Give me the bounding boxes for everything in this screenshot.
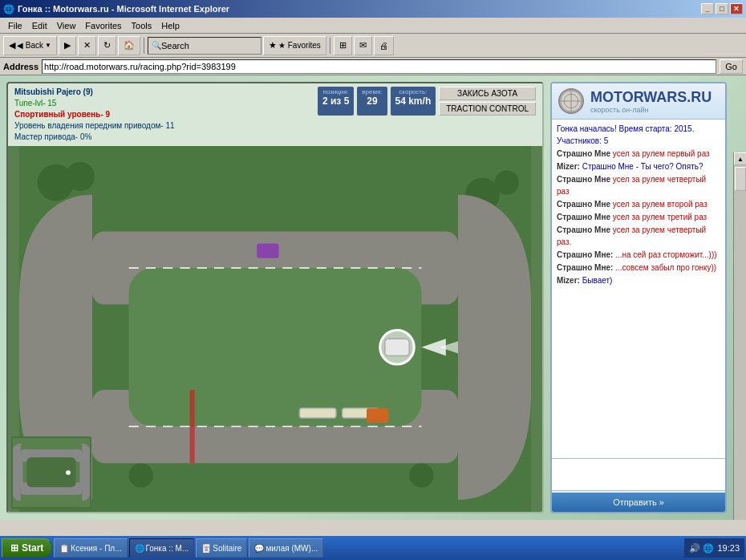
tune-stat: Tune-lvl- 15 (14, 98, 175, 109)
favorites-icon: ★ (269, 40, 277, 51)
content-area: ▲ ▼ Mitsubishi Pajero (9) Tune-lvl- 15 С… (0, 75, 746, 520)
svg-rect-21 (257, 244, 278, 258)
windows-logo-icon: ⊞ (10, 542, 18, 554)
chat-header: MOTORWARS.RU скорость он-лайн (552, 83, 725, 120)
history-button[interactable]: ⊞ (334, 36, 352, 55)
address-label: Address (3, 62, 39, 71)
chat-msg-1: Страшно Мне усел за рулем первый раз (557, 148, 720, 160)
svg-point-28 (66, 470, 71, 475)
chat-input[interactable] (552, 459, 725, 491)
go-button[interactable]: Go (720, 59, 743, 74)
refresh-icon: ↻ (103, 40, 111, 51)
taskbar-item-0[interactable]: 📋 Ксения - Пл... (54, 538, 127, 558)
time-box: время: 29 (357, 87, 387, 116)
mail-button[interactable]: ✉ (354, 36, 372, 55)
taskbar-icon-0: 📋 (59, 544, 69, 553)
title-bar-left: 🌐 Гонка :: Motorwars.ru - Microsoft Inte… (3, 4, 229, 14)
history-icon: ⊞ (339, 40, 347, 51)
toolbar-sep-2 (330, 38, 330, 54)
menu-edit[interactable]: Edit (27, 19, 52, 32)
sport-stat: Спортивный уровень- 9 (14, 109, 175, 120)
search-magnifier-icon: 🔍 (152, 41, 161, 50)
window-title: Гонка :: Motorwars.ru - Microsoft Intern… (18, 4, 229, 14)
taskbar-clock: 🔊 🌐 19:23 (684, 538, 744, 558)
toolbar-sep-1 (144, 38, 144, 54)
speed-label: скорость: (395, 88, 432, 95)
speed-value: 54 km/h (395, 95, 432, 107)
forward-icon: ▶ (64, 40, 71, 51)
game-panel: Mitsubishi Pajero (9) Tune-lvl- 15 Спорт… (6, 82, 544, 513)
svg-rect-11 (129, 268, 422, 427)
site-subtitle: скорость он-лайн (590, 106, 712, 114)
menu-view[interactable]: View (52, 19, 81, 32)
chat-msg-9: Mizer: Бывает) (557, 274, 720, 286)
stop-icon: ✕ (83, 40, 91, 51)
home-icon: 🏠 (124, 40, 135, 51)
toolbar: ◀ ◀ Back ▼ ▶ ✕ ↻ 🏠 🔍 ★ ★ Favorites ⊞ ✉ 🖨 (0, 34, 746, 58)
scrollbar[interactable]: ▲ ▼ (733, 152, 746, 520)
search-box[interactable]: 🔍 (148, 37, 262, 55)
nitro-button[interactable]: ЗАКИСЬ АЗОТА (439, 87, 536, 100)
home-button[interactable]: 🏠 (118, 36, 140, 55)
back-icon: ◀ (9, 40, 15, 51)
taskbar-item-2[interactable]: 🃏 Solitaire (196, 538, 247, 558)
chat-title-area: MOTORWARS.RU скорость он-лайн (590, 89, 712, 114)
minimap-svg (13, 438, 90, 507)
chat-msg-6: Страшно Мне усел за рулем четвертый раз. (557, 224, 720, 248)
clock: 19:23 (717, 543, 740, 553)
game-controls: ЗАКИСЬ АЗОТА TRACTION CONTROL (439, 87, 536, 116)
drive-stat: Уровень владения передним приводом- 11 (14, 120, 175, 132)
taskbar-icon-2: 🃏 (201, 544, 211, 553)
site-name: MOTORWARS.RU (590, 89, 712, 106)
maximize-button[interactable]: □ (716, 3, 728, 14)
chat-msg-2: Mizer: Страшно Мне - Ты чего? Опять? (557, 160, 720, 172)
taskbar-icons: 🔊 🌐 (689, 543, 714, 554)
speed-box: скорость: 54 km/h (391, 87, 436, 116)
back-dropdown-icon[interactable]: ▼ (45, 42, 51, 49)
master-stat: Мастер привода- 0% (14, 132, 175, 143)
scroll-thumb[interactable] (735, 167, 746, 191)
browser-icon: 🌐 (3, 4, 14, 14)
svg-point-2 (66, 162, 95, 191)
svg-rect-17 (385, 339, 409, 355)
minimize-button[interactable]: _ (701, 3, 714, 14)
forward-button[interactable]: ▶ (59, 36, 76, 55)
menu-file[interactable]: File (3, 19, 27, 32)
print-button[interactable]: 🖨 (374, 36, 394, 55)
start-button[interactable]: ⊞ Start (2, 538, 52, 558)
back-button[interactable]: ◀ ◀ Back ▼ (3, 36, 57, 55)
svg-point-7 (129, 463, 153, 487)
taskbar-icon-3: 💬 (254, 544, 264, 553)
send-button[interactable]: Отправить » (552, 493, 725, 512)
menu-favorites[interactable]: Favorites (80, 19, 126, 32)
race-info: позиция: 2 из 5 время: 29 скорость: 54 k… (318, 87, 536, 116)
chat-msg-4: Страшно Мне усел за рулем второй раз (557, 198, 720, 210)
taskbar-icon-1: 🌐 (135, 544, 144, 553)
address-input[interactable] (42, 59, 716, 74)
menu-tools[interactable]: Tools (127, 19, 157, 32)
minimap (11, 436, 91, 509)
chat-msg-3: Страшно Мне усел за рулем четвертый раз (557, 173, 720, 197)
game-header: Mitsubishi Pajero (9) Tune-lvl- 15 Спорт… (8, 83, 542, 146)
stop-button[interactable]: ✕ (78, 36, 96, 55)
time-label: время: (362, 88, 382, 95)
mail-icon: ✉ (359, 40, 367, 51)
taskbar-item-3[interactable]: 💬 милая (MW)... (249, 538, 323, 558)
taskbar-item-1[interactable]: 🌐 Гонка :: М... (129, 538, 195, 558)
chat-input-area: Отправить » (552, 458, 725, 512)
time-value: 29 (362, 95, 382, 107)
favorites-button[interactable]: ★ ★ Favorites (263, 36, 326, 55)
refresh-button[interactable]: ↻ (98, 36, 116, 55)
svg-rect-22 (367, 408, 388, 423)
scroll-up-button[interactable]: ▲ (734, 152, 746, 165)
close-button[interactable]: ✕ (730, 3, 743, 14)
car-stats: Mitsubishi Pajero (9) Tune-lvl- 15 Спорт… (14, 87, 175, 143)
svg-rect-23 (190, 390, 195, 463)
menu-help[interactable]: Help (156, 19, 184, 32)
chat-msg-5: Страшно Мне усел за рулем третий раз (557, 211, 720, 223)
address-bar: Address Go (0, 58, 746, 75)
search-input[interactable] (161, 41, 257, 51)
traction-button[interactable]: TRACTION CONTROL (439, 102, 536, 116)
race-track (8, 146, 542, 512)
chat-msg-0: Гонка началась! Время старта: 2015. Учас… (557, 123, 720, 147)
